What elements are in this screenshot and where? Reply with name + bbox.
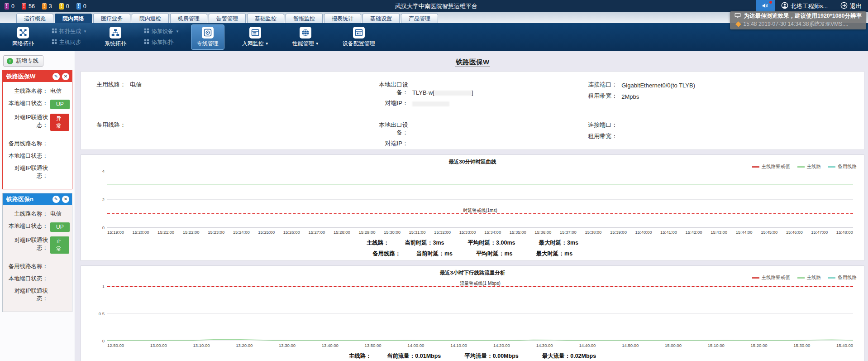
stat-row: 备用线路：当前时延：ms平均时延：ms最大时延：ms bbox=[372, 250, 572, 258]
add-line-label: 新增专线 bbox=[16, 57, 38, 65]
tab-4[interactable]: 院内巡检 bbox=[132, 14, 169, 23]
peer-ip-label: 对端IP： bbox=[374, 99, 408, 107]
alert-count-minor-orange[interactable]: !3 bbox=[42, 3, 52, 10]
add-line-button[interactable]: + 新增专线 bbox=[3, 55, 43, 67]
tab-10[interactable]: 基础设置 bbox=[362, 14, 400, 23]
close-icon[interactable]: ✕ bbox=[62, 196, 69, 203]
toolbar-button-label: 专线管理 bbox=[197, 40, 219, 48]
chart-series-svg bbox=[107, 282, 853, 341]
tab-2[interactable]: 院内网络 bbox=[55, 14, 92, 23]
app-window: !0!56!3!0!0 武汉大学中南医院智慧运维平台 北塔工程师s... 退出 … bbox=[0, 0, 868, 361]
x-tick-label: 15:24:00 bbox=[233, 230, 250, 235]
line-panel-field: 主线路名称：电信 bbox=[5, 87, 69, 95]
legend-item[interactable]: 主线路 bbox=[797, 274, 821, 281]
notification-sound-button[interactable] bbox=[756, 0, 775, 12]
line-panel-field: 对端IP联通状态：异常 bbox=[5, 114, 69, 131]
toolbar-button-6[interactable]: 入网监控▼ bbox=[236, 24, 275, 50]
x-tick-label: 13:40:00 bbox=[322, 343, 339, 348]
x-tick-label: 15:19:00 bbox=[107, 230, 124, 235]
tab-6[interactable]: 告警管理 bbox=[209, 14, 246, 23]
field-label: 对端IP联通状态： bbox=[5, 287, 48, 303]
primary-line-label: 主用线路： bbox=[96, 81, 126, 88]
alert-count-info-blue[interactable]: !0 bbox=[76, 3, 86, 10]
generate-topology-icon bbox=[52, 28, 57, 35]
line-panel-body: 主线路名称：电信本地端口状态：UP对端IP联通状态：异常备用线路名称：本地端口状… bbox=[3, 82, 72, 189]
legend-item[interactable]: 备用线路 bbox=[828, 274, 857, 281]
legend-item[interactable]: 主线路警戒值 bbox=[752, 274, 790, 281]
x-tick-label: 15:41:00 bbox=[660, 230, 677, 235]
close-icon[interactable]: ✕ bbox=[62, 73, 69, 80]
user-icon bbox=[781, 2, 788, 10]
speaker-icon bbox=[762, 2, 768, 10]
toolbar-button-3[interactable]: 系统拓扑 bbox=[99, 24, 132, 50]
x-tick-label: 15:44:00 bbox=[736, 230, 753, 235]
x-tick-label: 13:00:00 bbox=[150, 343, 167, 348]
tab-3[interactable]: 医疗业务 bbox=[93, 14, 130, 23]
tab-9[interactable]: 报表统计 bbox=[324, 14, 361, 23]
topbar-right: 北塔工程师s... 退出 bbox=[673, 0, 868, 12]
legend-item[interactable]: 备用线路 bbox=[828, 164, 857, 170]
x-tick-label: 15:47:00 bbox=[811, 230, 828, 235]
alert-gem-icon: ! bbox=[42, 3, 47, 10]
alert-count: 3 bbox=[49, 3, 52, 10]
alert-count-critical-purple[interactable]: !0 bbox=[5, 3, 14, 10]
chart-title: 最近3小时下行线路流量分析 bbox=[87, 270, 858, 276]
x-axis-labels: 12:50:0013:00:0013:10:0013:20:0013:30:00… bbox=[107, 343, 853, 348]
legend-dash-icon bbox=[797, 166, 805, 168]
chart-title: 最近30分钟时延曲线 bbox=[87, 159, 858, 165]
x-tick-label: 15:36:00 bbox=[534, 230, 551, 235]
toolbar-button-5[interactable]: 专线管理 bbox=[191, 24, 224, 50]
alert-count-major-red[interactable]: !56 bbox=[22, 3, 35, 10]
x-tick-label: 15:40:00 bbox=[635, 230, 652, 235]
current-user-button[interactable]: 北塔工程师s... bbox=[775, 2, 834, 10]
legend-dash-icon bbox=[752, 166, 759, 168]
y-tick-label: 0.5 bbox=[91, 311, 105, 316]
alert-gem-icon: ! bbox=[22, 3, 26, 10]
alert-count: 56 bbox=[29, 3, 35, 10]
toolbar-button-7[interactable]: 性能管理▼ bbox=[286, 24, 325, 50]
user-name: 北塔工程师s... bbox=[791, 2, 828, 10]
x-tick-label: 15:29:00 bbox=[358, 230, 375, 235]
edit-pencil-icon[interactable]: ✎ bbox=[52, 196, 60, 203]
toolbar-button-1[interactable]: 网络拓扑 bbox=[6, 24, 40, 50]
x-tick-label: 12:50:00 bbox=[107, 343, 124, 348]
legend-item[interactable]: 主线路 bbox=[797, 164, 821, 170]
stat-item: 平均流量：0.00Mbps bbox=[464, 352, 518, 360]
top-bar: !0!56!3!0!0 武汉大学中南医院智慧运维平台 北塔工程师s... 退出 bbox=[0, 0, 868, 12]
line-panel-field: 对端IP联通状态： bbox=[5, 164, 69, 180]
x-axis-labels: 15:19:0015:20:0015:21:0015:22:0015:23:00… bbox=[107, 230, 853, 235]
line-panel-body: 主线路名称：电信本地端口状态：UP对端IP联通状态：正常备用线路名称：本地端口状… bbox=[3, 205, 72, 312]
legend-item[interactable]: 主线路警戒值 bbox=[752, 164, 790, 170]
x-tick-label: 15:26:00 bbox=[283, 230, 300, 235]
tab-1[interactable]: 运行概览 bbox=[16, 14, 53, 23]
edit-pencil-icon[interactable]: ✎ bbox=[52, 73, 60, 80]
y-tick-label: 1 bbox=[91, 284, 105, 289]
field-label: 备用线路名称： bbox=[5, 263, 48, 270]
stat-item: 当前流量：0.01Mbps bbox=[387, 352, 441, 360]
legend-dash-icon bbox=[752, 277, 759, 279]
legend-dash-icon bbox=[828, 166, 835, 168]
x-tick-label: 15:34:00 bbox=[484, 230, 501, 235]
tab-5[interactable]: 机房管理 bbox=[170, 14, 207, 23]
line-panel-1: 铁路医保W✎✕主线路名称：电信本地端口状态：UP对端IP联通状态：异常备用线路名… bbox=[2, 70, 72, 189]
bandwidth-label: 租用带宽： bbox=[582, 92, 617, 100]
host-sync-icon bbox=[52, 39, 57, 46]
logout-label: 退出 bbox=[850, 2, 862, 10]
x-tick-label: 15:39:00 bbox=[610, 230, 627, 235]
tab-8[interactable]: 智维监控 bbox=[286, 14, 323, 23]
chevron-down-icon: ▼ bbox=[83, 29, 87, 34]
tab-7[interactable]: 基础监控 bbox=[247, 14, 284, 23]
logout-button[interactable]: 退出 bbox=[834, 2, 868, 10]
stat-row-label: 主线路： bbox=[349, 352, 372, 360]
primary-line-value: 电信 bbox=[130, 81, 142, 88]
stat-item: 平均时延：ms bbox=[476, 250, 513, 258]
toolbar-button-8[interactable]: 设备配置管理 bbox=[337, 24, 381, 50]
x-tick-label: 15:25:00 bbox=[258, 230, 275, 235]
x-tick-label: 15:28:00 bbox=[334, 230, 350, 235]
toolbar-button-label: 网络拓扑 bbox=[12, 40, 34, 48]
x-tick-label: 13:30:00 bbox=[279, 343, 296, 348]
tab-11[interactable]: 产品管理 bbox=[401, 14, 438, 23]
x-tick-label: 15:40:00 bbox=[836, 343, 853, 348]
chevron-down-icon: ▼ bbox=[265, 42, 269, 46]
alert-count-warning-yellow[interactable]: !0 bbox=[59, 3, 69, 10]
